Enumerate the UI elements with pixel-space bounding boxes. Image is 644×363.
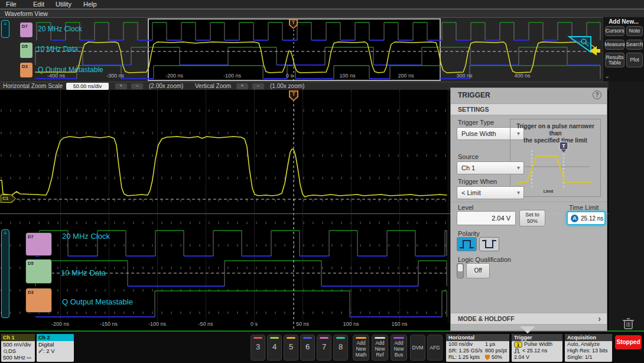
chevron-right-icon: › bbox=[598, 313, 601, 325]
main-tick: 100 ns bbox=[343, 321, 359, 327]
trigger-position-icon bbox=[485, 355, 490, 360]
add-new-bus-button[interactable]: AddNewBus bbox=[391, 335, 407, 361]
waveform-overview[interactable]: ≡ D7 D5 D3 20 MHz Clock 10 MHz Data Q Ou… bbox=[0, 17, 603, 82]
v-zoom-plus-button[interactable]: + bbox=[236, 83, 248, 89]
channel-chip-d7-main[interactable]: D7 bbox=[25, 232, 52, 256]
v-zoom-factor: (1.00x zoom) bbox=[270, 83, 304, 89]
settings-section-header[interactable]: SETTINGS bbox=[458, 106, 489, 113]
label-10mhz-data: 10 MHz Data bbox=[37, 45, 78, 53]
menu-utility[interactable]: Utility bbox=[56, 1, 71, 8]
mode-holdoff-section[interactable]: MODE & HOLDOFF › bbox=[451, 313, 607, 325]
bottom-status-bar: Ch 1 500 mV/div DS 500 MHz Ch 2 Digital … bbox=[0, 333, 644, 363]
chevron-down-icon: ▾ bbox=[517, 187, 520, 199]
main-tick: 50 ns bbox=[296, 321, 309, 327]
add-new-math-button[interactable]: AddNewMath bbox=[353, 335, 369, 361]
channel-3-button[interactable]: 3 bbox=[251, 335, 265, 361]
results-table-button[interactable]: Results Table bbox=[605, 53, 625, 67]
overview-drag-handle[interactable]: ≡ bbox=[1, 20, 9, 38]
main-tick: -200 ns bbox=[51, 321, 69, 327]
overview-tick: 0 s bbox=[286, 73, 293, 79]
time-limit-input[interactable]: A 25.12 ns bbox=[567, 211, 606, 225]
svg-text:T: T bbox=[562, 143, 565, 149]
ch1-badge[interactable]: Ch 1 500 mV/div DS 500 MHz bbox=[1, 334, 35, 362]
trigger-hint-box: Trigger on a pulse narrower thanthe spec… bbox=[510, 119, 601, 197]
menu-edit[interactable]: Edit bbox=[33, 1, 44, 8]
add-new-ref-button[interactable]: AddNewRef bbox=[372, 335, 388, 361]
collapse-overview-chevron-icon[interactable]: ⌄ bbox=[604, 72, 610, 80]
polarity-negative-button[interactable] bbox=[479, 237, 499, 251]
view-tab-bar: Waveform View bbox=[0, 9, 644, 17]
trash-icon[interactable] bbox=[622, 317, 636, 330]
search-button[interactable]: Search bbox=[626, 40, 643, 50]
overview-tick: 300 ns bbox=[456, 73, 472, 79]
trigger-settings-panel: TRIGGER ? SETTINGS Trigger Type Pulse Wi… bbox=[450, 87, 607, 331]
tab-waveform-view[interactable]: Waveform View bbox=[5, 10, 48, 17]
plot-button[interactable]: Plot bbox=[626, 53, 643, 67]
label-20mhz-clock-main: 20 MHz Clock bbox=[62, 232, 110, 241]
threshold-icon bbox=[38, 348, 43, 354]
channel-6-button[interactable]: 6 bbox=[300, 335, 315, 361]
channel-chip-d5[interactable]: D5 bbox=[19, 42, 33, 59]
channel-4-button[interactable]: 4 bbox=[267, 335, 282, 361]
level-input[interactable]: 2.04 V bbox=[457, 211, 516, 225]
dvm-button[interactable]: DVM bbox=[410, 335, 425, 361]
channel-chip-d7[interactable]: D7 bbox=[19, 22, 33, 38]
main-tick: -50 ns bbox=[198, 321, 213, 327]
section-divider bbox=[451, 202, 607, 202]
logic-qualification-toggle[interactable] bbox=[457, 263, 464, 278]
level-label: Level bbox=[458, 204, 473, 211]
h-zoom-factor: (2.00x zoom) bbox=[149, 83, 183, 89]
cursors-button[interactable]: Cursors bbox=[605, 26, 625, 36]
overview-tick: 200 ns bbox=[398, 73, 414, 79]
time-limit-label: Time Limit bbox=[569, 204, 599, 211]
overview-tick: -100 ns bbox=[223, 73, 241, 79]
main-tick: -100 ns bbox=[148, 321, 166, 327]
channel-7-button[interactable]: 7 bbox=[317, 335, 331, 361]
channel-8-button[interactable]: 8 bbox=[333, 335, 348, 361]
overview-tick: 100 ns bbox=[339, 73, 355, 79]
v-zoom-minus-button[interactable]: − bbox=[252, 83, 264, 89]
menu-help[interactable]: Help bbox=[83, 1, 97, 8]
logic-qualification-off-button[interactable]: Off bbox=[466, 263, 490, 278]
channel-5-button[interactable]: 5 bbox=[284, 335, 298, 361]
h-zoom-plus-button[interactable]: + bbox=[115, 83, 127, 89]
h-zoom-minus-button[interactable]: − bbox=[131, 83, 143, 89]
polarity-positive-button[interactable] bbox=[457, 237, 477, 251]
knob-a-icon: A bbox=[571, 215, 578, 222]
digital-group-drag-handle[interactable]: ≡ bbox=[1, 229, 9, 318]
menu-bar: File Edit Utility Help bbox=[0, 0, 644, 9]
channel-chip-d3[interactable]: D3 bbox=[19, 62, 33, 78]
note-button[interactable]: Note bbox=[626, 26, 643, 36]
source-dropdown[interactable]: Ch 1▾ bbox=[457, 161, 524, 174]
help-icon[interactable]: ? bbox=[593, 90, 601, 99]
h-zoom-scale-input[interactable]: 50.00 ns/div bbox=[66, 83, 109, 90]
measure-button[interactable]: Measure bbox=[605, 40, 625, 50]
set-to-50-button[interactable]: Set to50% bbox=[519, 210, 545, 226]
overview-tick: -200 ns bbox=[165, 73, 183, 79]
acquisition-badge[interactable]: Acquisition Auto, Analyze High Res: 13 b… bbox=[565, 334, 612, 362]
overview-tick: -300 ns bbox=[106, 73, 124, 79]
overview-tick: 400 ns bbox=[514, 73, 530, 79]
run-stop-status-button[interactable]: Stopped bbox=[615, 335, 642, 349]
chevron-down-icon: ▾ bbox=[517, 162, 520, 174]
trigger-badge[interactable]: Trigger 1Pulse Width < 25.12 ns 2.04 V bbox=[512, 334, 562, 362]
channel-chip-d5-main[interactable]: D5 bbox=[25, 259, 52, 284]
trigger-when-dropdown[interactable]: < Limit▾ bbox=[457, 186, 524, 199]
h-zoom-scale-label: Horizontal Zoom Scale bbox=[3, 83, 63, 89]
channel-chip-d3-main[interactable]: D3 bbox=[25, 288, 52, 313]
label-q-output-main: Q Output Metastable bbox=[62, 297, 133, 306]
label-10mhz-data-main: 10 MHz Data bbox=[61, 268, 106, 277]
ch2-badge[interactable]: Ch 2 Digital : 2 V bbox=[37, 334, 74, 362]
trigger-when-label: Trigger When bbox=[458, 178, 497, 185]
menu-file[interactable]: File bbox=[6, 1, 17, 8]
horizontal-badge[interactable]: Horizontal 100 ns/div1 µs SR: 1.25 GS/s8… bbox=[446, 334, 509, 362]
logic-qualification-label: Logic Qualification bbox=[458, 256, 511, 263]
main-tick: 0 s bbox=[251, 321, 258, 327]
pulse-icon bbox=[514, 348, 521, 354]
limit-caption: Limit bbox=[544, 189, 554, 193]
pulse-width-illustration: T Limit bbox=[514, 141, 597, 195]
main-tick: 150 ns bbox=[391, 321, 407, 327]
afg-button[interactable]: AFG bbox=[427, 335, 443, 361]
overview-tick: -400 ns bbox=[47, 73, 65, 79]
trigger-level-arrow-icon[interactable] bbox=[588, 46, 601, 56]
